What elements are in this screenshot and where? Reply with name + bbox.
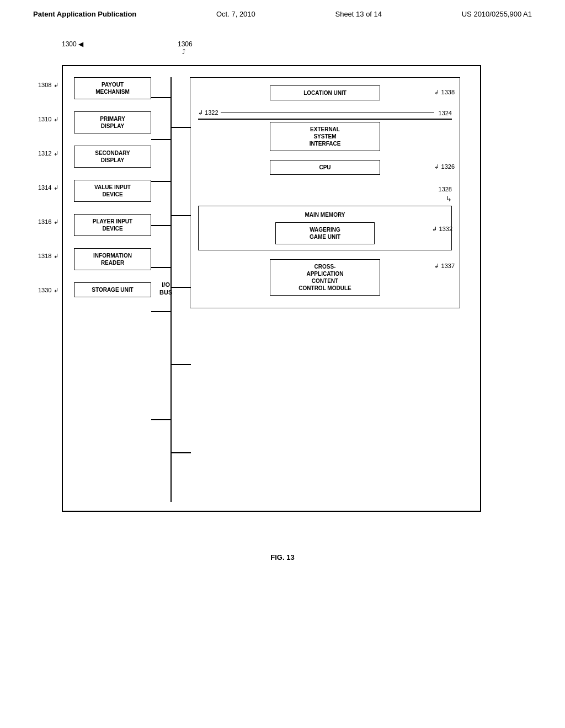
conn-value — [151, 225, 172, 226]
hline-1322 — [221, 113, 434, 114]
ref-1332: ↲ 1332 — [432, 226, 452, 233]
ref-1318: 1318 ↲ — [38, 253, 58, 260]
ref-1310: 1310 ↲ — [38, 116, 58, 123]
hconn-mainmem — [172, 364, 191, 365]
cpu-box: CPU — [270, 160, 380, 175]
main-memory-box: MAIN MEMORY WAGERINGGAME UNIT ↲ 1332 — [198, 206, 452, 250]
conn-primary — [151, 139, 172, 140]
fig-label: FIG. 13 — [0, 553, 565, 561]
right-panel: LOCATION UNIT ↲ 1338 ↲ 1322 1324 EXTERNA… — [190, 77, 460, 308]
outer-ref-label: 1300 ◀ — [62, 40, 83, 48]
primary-display-row: 1310 ↲ PRIMARYDISPLAY — [74, 111, 151, 133]
ref-1337: ↲ 1337 — [434, 263, 455, 270]
storage-unit-box: STORAGE UNIT — [74, 282, 151, 297]
cpu-row: CPU ↲ 1326 — [198, 160, 452, 175]
cross-app-box: CROSS-APPLICATIONCONTENTCONTROL MODULE — [270, 259, 380, 296]
info-reader-row: 1318 ↲ INFORMATIONREADER — [74, 248, 151, 270]
external-system-row: EXTERNALSYSTEMINTERFACE — [198, 122, 452, 151]
secondary-display-box: SECONDARYDISPLAY — [74, 146, 151, 168]
ref-1314: 1314 ↲ — [38, 184, 58, 191]
hconn-external — [172, 215, 191, 216]
primary-display-box: PRIMARYDISPLAY — [74, 111, 151, 133]
hconn-location — [172, 127, 191, 128]
location-unit-row: LOCATION UNIT ↲ 1338 — [198, 85, 452, 100]
main-memory-label: MAIN MEMORY — [204, 212, 446, 218]
patent-number: US 2010/0255,900 A1 — [462, 10, 532, 18]
player-input-box: PLAYER INPUTDEVICE — [74, 214, 151, 236]
payout-mechanism-box: PAYOUTMECHANISM — [74, 77, 151, 99]
conn-payout — [151, 97, 172, 98]
ref-1328-arrow: ↳ — [446, 195, 452, 203]
cross-app-row: CROSS-APPLICATIONCONTENTCONTROL MODULE ↲… — [198, 259, 452, 296]
info-reader-box: INFORMATIONREADER — [74, 248, 151, 270]
conn-player — [151, 267, 172, 268]
hconn-crossapp — [172, 452, 191, 453]
location-unit-box: LOCATION UNIT — [270, 85, 380, 100]
payout-mechanism-row: 1308 ↲ PAYOUTMECHANISM — [74, 77, 151, 99]
ref-1308: 1308 ↲ — [38, 82, 58, 89]
hconn-cpu — [172, 287, 191, 288]
left-column: 1308 ↲ PAYOUTMECHANISM 1310 ↲ PRIMARYDIS… — [74, 77, 151, 309]
hline-separator — [198, 119, 452, 120]
ref-1312: 1312 ↲ — [38, 150, 58, 157]
ref-1322-row: ↲ 1322 1324 — [198, 109, 452, 116]
date-label: Oct. 7, 2010 — [216, 10, 255, 18]
ref-1316: 1316 ↲ — [38, 218, 58, 226]
page-header: Patent Application Publication Oct. 7, 2… — [0, 0, 565, 24]
ref-1326: ↲ 1326 — [434, 163, 455, 170]
storage-unit-row: 1330 ↲ STORAGE UNIT — [74, 282, 151, 297]
outer-box: 1308 ↲ PAYOUTMECHANISM 1310 ↲ PRIMARYDIS… — [62, 65, 481, 512]
conn-storage — [151, 419, 172, 420]
external-system-box: EXTERNALSYSTEMINTERFACE — [270, 122, 380, 151]
wagering-game-unit-row: WAGERINGGAME UNIT ↲ 1332 — [204, 222, 446, 244]
ref-1328: 1328 — [439, 186, 452, 192]
ref-1328-row: 1328 ↳ — [198, 184, 452, 204]
secondary-display-row: 1312 ↲ SECONDARYDISPLAY — [74, 146, 151, 168]
conn-info — [151, 311, 172, 312]
ref-1330: 1330 ↲ — [38, 287, 58, 294]
value-input-row: 1314 ↲ VALUE INPUTDEVICE — [74, 180, 151, 202]
iobus-ref-label: 1306 ⤴ — [178, 40, 193, 56]
value-input-box: VALUE INPUTDEVICE — [74, 180, 151, 202]
sheet-label: Sheet 13 of 14 — [335, 10, 382, 18]
ref-1338: ↲ 1338 — [434, 89, 455, 96]
conn-secondary — [151, 181, 172, 182]
ref-1322: ↲ 1322 — [198, 109, 218, 116]
io-bus-vline — [170, 77, 172, 502]
wagering-game-unit-box: WAGERINGGAME UNIT — [275, 222, 375, 244]
publication-label: Patent Application Publication — [33, 10, 136, 18]
ref-1324-above: 1324 — [439, 110, 452, 116]
player-input-row: 1316 ↲ PLAYER INPUTDEVICE — [74, 214, 151, 236]
